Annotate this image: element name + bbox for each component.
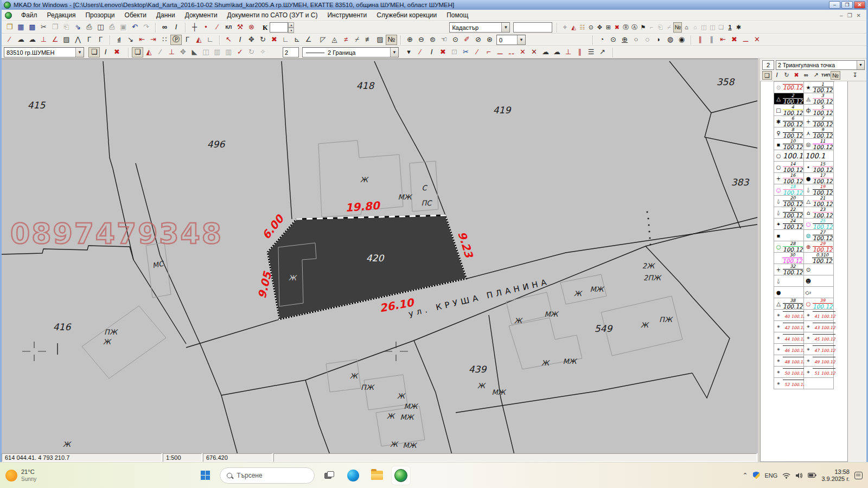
dash-2-icon[interactable]: ⚊ (494, 47, 506, 57)
corner-g1-icon[interactable]: Г (84, 35, 95, 45)
info-3-icon[interactable]: I (100, 47, 111, 57)
perp-3-icon[interactable]: ⊥ (563, 47, 574, 57)
aux-input[interactable] (513, 22, 552, 33)
corner-g3-icon[interactable]: Г (182, 35, 193, 45)
minimize-button[interactable]: – (829, 1, 840, 9)
dash-dot-icon[interactable]: ⚊ (740, 35, 751, 45)
symbol-cell[interactable]: +32100.12 (774, 264, 804, 275)
line-width-input[interactable]: 2 (283, 47, 299, 57)
print-setup-icon[interactable]: ⎙ (106, 22, 118, 33)
check-icon[interactable]: ✓ (234, 47, 246, 57)
points-grid-icon[interactable]: ∷ (159, 35, 170, 45)
slash-2-icon[interactable]: ⌿ (352, 35, 363, 45)
move-2-icon[interactable]: ✥ (246, 35, 257, 45)
weather-widget[interactable]: 21°C Sunny (0, 468, 119, 483)
angle-2-icon[interactable]: ∠ (303, 35, 314, 45)
symbol-cell[interactable]: ▪10100.12 (774, 139, 804, 150)
parallel-2-icon[interactable]: ∥ (706, 35, 717, 45)
distance-icon[interactable]: d (113, 35, 125, 45)
symbol-cell[interactable]: ◈41100.12 (804, 310, 834, 321)
rotate-point-icon[interactable]: ↻ (782, 71, 792, 80)
tray-expand-chevron[interactable]: ⌃ (742, 472, 748, 479)
symbol-cell[interactable]: ◈43100.12 (804, 321, 834, 332)
delete-2-icon[interactable]: ✖ (269, 35, 280, 45)
start-button[interactable] (196, 466, 214, 485)
zoom-out-icon[interactable]: ⊖ (416, 35, 427, 45)
print-preview-icon[interactable]: ◫ (95, 22, 106, 33)
close-button[interactable]: ✕ (854, 1, 865, 9)
symbol-cell[interactable]: ⊙ (804, 264, 834, 275)
symbol-cell[interactable]: ⋏9100.12 (804, 127, 834, 139)
zoom-prev-icon[interactable]: ⊙ (450, 35, 461, 45)
point-red-icon[interactable]: ⊗ (246, 22, 257, 33)
tools-red-icon[interactable]: ⚒ (234, 22, 246, 33)
symbol-cell[interactable]: ○18100.12 (774, 184, 804, 196)
circle-5-icon[interactable]: ◌ (642, 35, 653, 45)
print-icon[interactable]: ⎙ (84, 22, 95, 33)
parallel-3-icon[interactable]: ∥ (574, 47, 585, 57)
delete-icon[interactable]: ✖ (612, 22, 621, 33)
blob-2-icon[interactable]: ☁ (27, 35, 38, 45)
cut-icon[interactable]: ✂ (38, 22, 49, 33)
tri-3-icon[interactable]: ◣ (189, 47, 200, 57)
z-corner-icon[interactable]: ∟ (205, 35, 216, 45)
point-layer-box[interactable]: 2 (762, 60, 774, 70)
region-select[interactable]: 83510 гр.ШУМЕН▼ (4, 47, 84, 57)
zoom-in-icon[interactable]: ⊕ (404, 35, 416, 45)
selected-parcel-420[interactable] (267, 215, 467, 319)
peak-icon[interactable]: ⋀ (72, 35, 84, 45)
r-building-icon[interactable]: Ⓡ (621, 22, 630, 33)
menu-item[interactable]: Служебни корекции (372, 10, 442, 20)
symbol-cell[interactable]: △38100.12 (774, 298, 804, 310)
symbol-cell[interactable]: ★1100.12 (804, 82, 834, 93)
save-icon[interactable]: ▦ (15, 22, 27, 33)
symbol-cell[interactable]: ◈47100.12 (804, 344, 834, 355)
language-indicator[interactable]: ENG (765, 472, 778, 479)
corner-g2-icon[interactable]: Г (95, 35, 106, 45)
line-2-icon[interactable]: ∕ (414, 47, 426, 57)
object-list-icon[interactable]: ☷ (578, 22, 586, 33)
corner-l-icon[interactable]: ∟ (280, 35, 291, 45)
symbol-cell[interactable]: ⌂23100.12 (804, 207, 834, 219)
chevron-down-icon[interactable]: ▼ (517, 35, 525, 44)
info-2-icon[interactable]: I (234, 35, 246, 45)
hatch-icon[interactable]: ▨ (61, 35, 72, 45)
zoom-object-icon[interactable]: ⊘ (473, 35, 484, 45)
open-icon[interactable]: ❐ (4, 22, 15, 33)
symbol-cell[interactable]: ◈51100.12 (804, 367, 834, 378)
battery-icon[interactable] (808, 472, 816, 478)
cursor-icon[interactable]: ↘ (125, 35, 136, 45)
symbol-cell[interactable]: ☻ (804, 275, 834, 287)
blob-3-icon[interactable]: ☁ (540, 47, 551, 57)
symbol-cell[interactable]: ◍27100.12 (804, 230, 834, 241)
measure-right-icon[interactable]: ⇥ (148, 35, 159, 45)
num-2-icon[interactable]: № (386, 35, 397, 45)
symbol-cell[interactable]: ◎11100.12 (804, 139, 834, 150)
delete-5-icon[interactable]: ✖ (437, 47, 449, 57)
wifi-icon[interactable] (782, 472, 790, 479)
point-circle-icon[interactable]: ⊙ (586, 22, 595, 33)
symbol-cell[interactable]: +7100.12 (804, 116, 834, 127)
dim-line-icon[interactable]: ⇤ (717, 35, 729, 45)
symbol-cell[interactable]: ◈40100.12 (774, 310, 804, 321)
zoom-select[interactable]: 0▼ (496, 35, 526, 45)
measure-line-icon[interactable]: ∕ (212, 22, 223, 33)
point-small-icon[interactable]: • (200, 22, 212, 33)
triangle-red-icon[interactable]: ◭ (193, 35, 205, 45)
menu-item[interactable]: Обекти (120, 10, 151, 20)
symbol-cell[interactable]: ◈52100.12 (774, 378, 804, 389)
bottom-arrow-icon[interactable]: ↧ (850, 71, 860, 80)
zoom-red-icon[interactable]: ◭ (569, 22, 578, 33)
symbol-cell[interactable]: ◇› (804, 287, 834, 298)
move-box-icon[interactable]: ⊞ (604, 22, 612, 33)
find-icon[interactable]: ∞ (159, 22, 170, 33)
symbol-cell[interactable]: ◬3100.12 (804, 93, 834, 105)
delete-4-icon[interactable]: ✖ (111, 47, 123, 57)
snap-cross-icon[interactable]: ┼ (189, 22, 200, 33)
maximize-button[interactable]: ❐ (841, 1, 853, 9)
star-strike-icon[interactable]: ✱ (734, 22, 743, 33)
multiline-icon[interactable]: ☰ (585, 47, 597, 57)
circle-6-icon[interactable]: ◗ (653, 35, 665, 45)
erase-mode-icon[interactable]: ✧ (560, 22, 569, 33)
blob-1-icon[interactable]: ☁ (15, 35, 27, 45)
